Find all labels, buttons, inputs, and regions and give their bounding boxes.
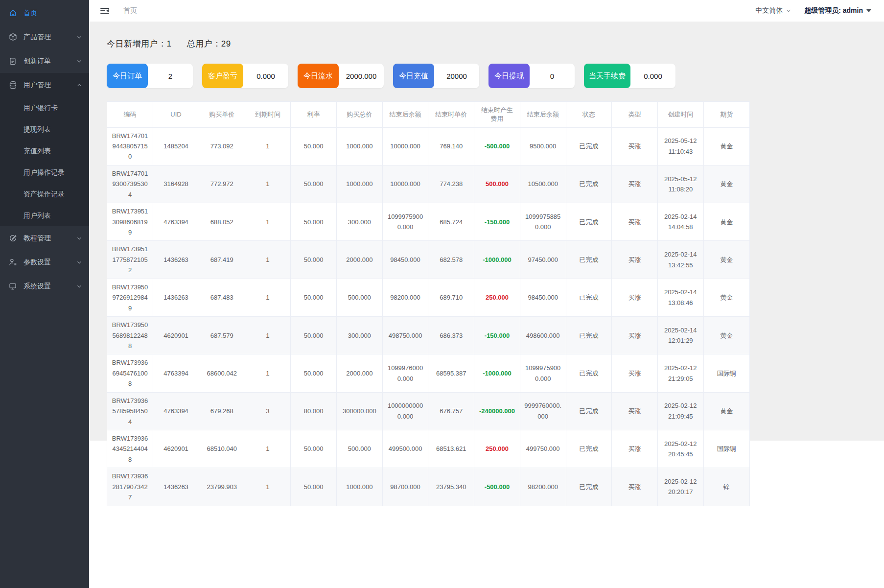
table-cell: 300000.000 xyxy=(337,392,383,430)
fee-cell: -150.000 xyxy=(474,317,520,354)
table-cell: 773.092 xyxy=(199,127,245,165)
sidebar-item-4[interactable]: 教程管理 xyxy=(0,226,89,250)
stat-card-value: 0.000 xyxy=(243,64,288,88)
table-cell: 2000.000 xyxy=(337,354,383,392)
table-cell: 4620901 xyxy=(153,317,199,354)
stat-card-label: 今日充值 xyxy=(393,64,434,88)
table-cell: 498600.000 xyxy=(520,317,566,354)
table-cell: 黄金 xyxy=(703,127,749,165)
table-cell: 3 xyxy=(245,392,291,430)
table-cell: 686.373 xyxy=(428,317,474,354)
table-cell: 68510.040 xyxy=(199,430,245,468)
table-cell: 2025-02-14 13:08:46 xyxy=(657,279,703,316)
table-cell: 已完成 xyxy=(566,165,612,203)
table-cell: 买涨 xyxy=(612,203,658,241)
fee-cell: -500.000 xyxy=(474,127,520,165)
sidebar-item-3[interactable]: 用户管理 xyxy=(0,73,89,97)
table-cell: 2025-02-14 13:42:55 xyxy=(657,241,703,279)
column-header-9: 结束后余额 xyxy=(520,102,566,127)
table-cell: 已完成 xyxy=(566,468,612,506)
user-stats: 今日新增用户：1 总用户：29 xyxy=(107,38,884,49)
fee-cell: -500.000 xyxy=(474,468,520,506)
column-header-11: 类型 xyxy=(612,102,658,127)
sidebar-item-6[interactable]: 系统设置 xyxy=(0,274,89,298)
sidebar-subitem-3-3[interactable]: 用户操作记录 xyxy=(0,162,89,183)
sidebar-subitem-3-4[interactable]: 资产操作记录 xyxy=(0,183,89,205)
sidebar-group-3: 用户管理用户银行卡提现列表充值列表用户操作记录资产操作记录用户列表 xyxy=(0,73,89,226)
column-header-8: 结束时产生费用 xyxy=(474,102,520,127)
orders-table-body: BRW174701944380571501485204773.092150.00… xyxy=(107,127,749,506)
content: 今日新增用户：1 总用户：29 今日订单2客户盈亏0.000今日流水2000.0… xyxy=(89,22,884,441)
table-cell: 10999758850.000 xyxy=(520,203,566,241)
table-cell: 黄金 xyxy=(703,279,749,316)
table-cell: BRW17395097269129849 xyxy=(107,279,153,316)
fee-cell: -240000.000 xyxy=(474,392,520,430)
stat-card-value: 20000 xyxy=(434,64,479,88)
sidebar-menu: 首页产品管理创新订单用户管理用户银行卡提现列表充值列表用户操作记录资产操作记录用… xyxy=(0,1,89,298)
table-cell: 300.000 xyxy=(337,317,383,354)
table-cell: BRW17470193007395304 xyxy=(107,165,153,203)
table-cell: 1 xyxy=(245,165,291,203)
table-cell: 10000000000.000 xyxy=(382,392,428,430)
table-cell: 2025-05-12 11:10:43 xyxy=(657,127,703,165)
breadcrumb[interactable]: 首页 xyxy=(123,6,137,15)
table-cell: 50.000 xyxy=(291,165,337,203)
sidebar-item-label: 用户管理 xyxy=(23,81,51,90)
table-cell: 黄金 xyxy=(703,203,749,241)
table-cell: BRW17395117758721052 xyxy=(107,241,153,279)
product-icon xyxy=(8,33,17,42)
orders-table-wrap: 编码UID购买单价到期时间利率购买总价结束后余额结束时单价结束时产生费用结束后余… xyxy=(107,101,750,506)
table-cell: 1436263 xyxy=(153,468,199,506)
caret-down-icon xyxy=(866,9,871,12)
table-cell: 已完成 xyxy=(566,392,612,430)
collapse-menu-icon[interactable] xyxy=(100,6,110,16)
account-menu[interactable]: 超级管理员: admin xyxy=(804,6,871,15)
table-cell: 50.000 xyxy=(291,279,337,316)
table-cell: 68513.621 xyxy=(428,430,474,468)
sidebar-item-label: 教程管理 xyxy=(23,234,51,243)
table-cell: 已完成 xyxy=(566,127,612,165)
sidebar-subitem-3-2[interactable]: 充值列表 xyxy=(0,140,89,162)
column-header-12: 创建时间 xyxy=(657,102,703,127)
sidebar-item-1[interactable]: 产品管理 xyxy=(0,25,89,49)
column-header-10: 状态 xyxy=(566,102,612,127)
language-selector[interactable]: 中文简体 xyxy=(755,6,791,15)
table-cell: BRW17470194438057150 xyxy=(107,127,153,165)
table-cell: 1 xyxy=(245,279,291,316)
topbar-right: 中文简体 超级管理员: admin xyxy=(755,6,871,15)
table-row: BRW17393628179073427143626323799.903150.… xyxy=(107,468,749,506)
table-cell: 买涨 xyxy=(612,317,658,354)
sidebar-subitem-3-1[interactable]: 提现列表 xyxy=(0,118,89,140)
table-cell: 买涨 xyxy=(612,392,658,430)
chevron-down-icon xyxy=(76,58,82,64)
table-row: BRW174701930073953043164928772.972150.00… xyxy=(107,165,749,203)
column-header-3: 到期时间 xyxy=(245,102,291,127)
stat-card-label: 今日流水 xyxy=(298,64,339,88)
sidebar-item-2[interactable]: 创新订单 xyxy=(0,49,89,73)
column-header-0: 编码 xyxy=(107,102,153,127)
sidebar-item-0[interactable]: 首页 xyxy=(0,1,89,25)
fee-cell: -1000.000 xyxy=(474,354,520,392)
fee-cell: -1000.000 xyxy=(474,241,520,279)
table-cell: 679.268 xyxy=(199,392,245,430)
table-cell: 1 xyxy=(245,127,291,165)
fee-cell: 250.000 xyxy=(474,279,520,316)
sidebar-subitem-3-5[interactable]: 用户列表 xyxy=(0,205,89,226)
table-cell: 1 xyxy=(245,203,291,241)
table-cell: 10000.000 xyxy=(382,165,428,203)
table-row: BRW17393643452144048462090168510.040150.… xyxy=(107,430,749,468)
table-row: BRW17393669454761008476339468600.042150.… xyxy=(107,354,749,392)
sidebar-item-label: 首页 xyxy=(23,9,37,18)
table-cell: 500.000 xyxy=(337,279,383,316)
sidebar-subitem-3-0[interactable]: 用户银行卡 xyxy=(0,97,89,118)
column-header-5: 购买总价 xyxy=(337,102,383,127)
stat-card-value: 2 xyxy=(148,64,193,88)
sidebar-item-5[interactable]: 参数设置 xyxy=(0,250,89,274)
orders-table-header: 编码UID购买单价到期时间利率购买总价结束后余额结束时单价结束时产生费用结束后余… xyxy=(107,102,749,127)
table-cell: 黄金 xyxy=(703,241,749,279)
table-cell: BRW17393643452144048 xyxy=(107,430,153,468)
table-row: BRW173951177587210521436263687.419150.00… xyxy=(107,241,749,279)
table-cell: BRW17395056898122488 xyxy=(107,317,153,354)
table-cell: 98450.000 xyxy=(520,279,566,316)
table-cell: 500.000 xyxy=(337,430,383,468)
